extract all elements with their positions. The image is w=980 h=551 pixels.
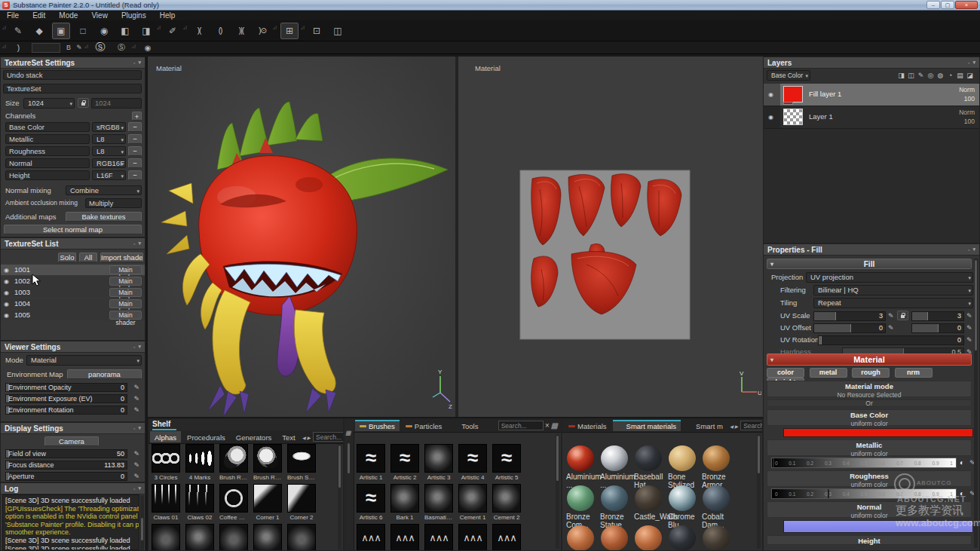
shelf-search-input[interactable] [313,432,344,442]
material-item[interactable]: Baseball Hat... [634,444,663,484]
brushes-search-input[interactable] [498,421,544,430]
import-shaders-button[interactable]: Import shaders [100,253,143,262]
tab-tools[interactable]: Tools [448,420,482,431]
eye-icon[interactable] [768,112,773,121]
clone-tool-icon[interactable]: ◧ [117,23,133,38]
menu-item[interactable]: View [84,11,115,20]
main-shader-button[interactable]: Main shader [109,299,142,308]
main-shader-button[interactable]: Main shader [109,277,142,286]
textureset-row[interactable]: 1003 Main shader [1,287,145,298]
normal-mixing-select[interactable]: Combine [66,185,142,195]
dock-icon[interactable] [133,426,135,431]
shelf-item[interactable] [219,524,248,551]
brush-item[interactable]: Cement 1 [458,484,487,524]
tab-particles[interactable]: Particles [401,420,446,431]
paint-tool-icon[interactable]: ✎ [10,23,26,38]
channel-name-field[interactable]: Base Color [5,122,90,132]
shelf-item[interactable]: Claws 02 [185,484,214,524]
maximize-button[interactable]: ▢ [941,1,954,9]
solo-button[interactable]: Solo [58,253,76,262]
shelf-item[interactable]: 4 Marks [185,444,214,484]
channel-name-field[interactable]: Metallic [5,134,90,144]
metallic-slider[interactable]: 00.10.20.30.40.50.60.70.80.91 [771,458,957,468]
edit-value-icon[interactable] [966,323,972,332]
textureset-row[interactable]: 1002 Main shader [1,276,145,286]
brush-item[interactable]: Artistic 5 [492,444,521,484]
main-shader-button[interactable]: Main shader [109,265,142,274]
remove-channel-button[interactable] [128,170,142,180]
shelf-item[interactable] [287,524,316,551]
fill-triangle-tool-icon[interactable]: )|( [233,23,250,38]
channel-name-field[interactable]: Height [5,170,90,180]
substance-source-icon[interactable]: Ⓢ [92,43,109,53]
panel-grid-icon[interactable] [345,430,351,436]
dock-icon[interactable] [133,344,135,350]
smudge-tool-icon[interactable]: ◉ [96,23,112,38]
dropdown-mark-icon[interactable]: ◿ [132,43,137,48]
brush-item[interactable]: Basmati Brush [424,484,453,524]
layer-mask-icon[interactable]: ◨ [896,72,906,79]
material-item[interactable] [600,524,629,551]
stencil-tool-icon[interactable]: ) [10,43,26,53]
tab-materials[interactable]: Materials [564,420,611,431]
layer-thumbnail[interactable] [783,86,803,103]
material-item[interactable]: Bronze Armor [702,444,730,484]
fill-section-header[interactable]: Fill [767,259,972,269]
material-picker-tool-icon[interactable]: ✐ [164,23,181,38]
all-button[interactable]: All [79,253,97,262]
material-item[interactable]: Cobalt Dam... [702,484,730,524]
shelf-item[interactable] [185,524,214,551]
dropdown-mark-icon[interactable]: ◿ [183,24,188,29]
panel-header[interactable]: Log [1,483,145,494]
tab-alphas[interactable]: Alphas [150,431,181,442]
slider-row[interactable]: Focus distance113.83 [5,461,141,470]
shelf-item[interactable]: Brush Rotat.. [219,444,248,484]
collapse-icon[interactable] [138,485,141,491]
add-layer-icon[interactable]: ◔ [945,72,955,79]
remove-channel-button[interactable] [128,134,142,144]
add-folder-icon[interactable]: ▤ [955,72,965,79]
display-mode-icon[interactable]: ⊡ [308,23,325,38]
remove-channel-button[interactable] [128,122,142,132]
main-shader-button[interactable]: Main shader [109,288,142,297]
layer-thumbnail[interactable] [783,109,803,125]
perspective-mode-icon[interactable]: ◫ [329,23,346,38]
base-color-swatch[interactable] [783,428,973,437]
material-item[interactable]: Aluminium ... [566,444,595,484]
dock-icon[interactable] [968,60,969,66]
dock-icon[interactable] [133,241,135,246]
dropdown-mark-icon[interactable]: ◿ [2,24,8,29]
materials-scrollbar[interactable] [757,434,761,549]
symmetry-tool-icon[interactable]: ⊞ [280,23,299,39]
tiling-select[interactable]: Repeat [813,298,973,308]
tab-smart-materials[interactable]: Smart materials [613,420,681,431]
dock-icon[interactable] [133,60,135,66]
menu-item[interactable]: Edit [26,11,52,20]
camera-capture-icon[interactable]: ◉ [139,43,156,53]
brushes-scrollbar[interactable] [556,434,559,549]
tab-scroll-left-icon[interactable] [302,433,306,441]
size-lock[interactable] [78,98,89,108]
delete-layer-icon[interactable]: ◪ [965,72,975,79]
dropdown-mark-icon[interactable]: ◿ [301,24,306,29]
shelf-item[interactable]: Brush Rotat.. [253,444,282,484]
material-item[interactable]: Bronze Com... [566,484,595,524]
collapse-icon[interactable] [138,240,141,246]
tab-scroll-right-icon[interactable] [735,421,739,430]
minimize-button[interactable]: – [926,1,940,9]
view-options-icon[interactable] [551,421,558,430]
ao-mixing-field[interactable]: Multiply [85,198,142,208]
stencil-value-field[interactable] [32,43,60,53]
channel-format-select[interactable]: RGB16F [92,158,126,168]
panel-header[interactable]: Viewer Settings [1,341,145,353]
uv-offset-y-slider[interactable]: 0 [911,323,964,333]
tab-scroll-left-icon[interactable] [730,421,733,430]
remove-channel-button[interactable] [128,146,142,156]
channel-format-select[interactable]: L8 [92,146,126,156]
material-item[interactable]: Castle_Walls [634,484,663,524]
viewport-3d[interactable]: Material [148,57,455,417]
environment-map-button[interactable]: panorama [67,369,142,379]
projection-select[interactable]: UV projection [806,272,973,283]
size-height-field[interactable]: 1024 [91,98,142,109]
material-item[interactable] [566,524,595,551]
